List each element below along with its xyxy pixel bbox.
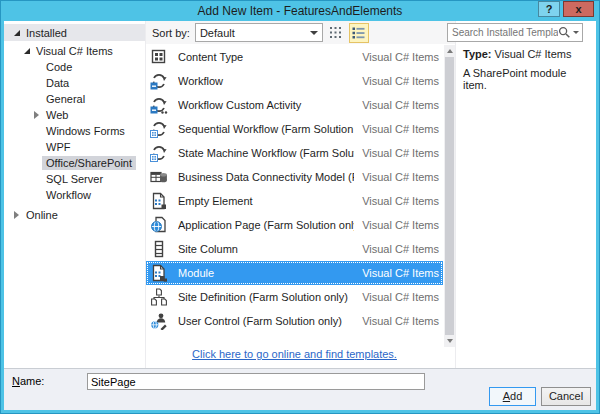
scrollbar-thumb[interactable] — [445, 57, 454, 335]
sidebar-item-web[interactable]: Web — [4, 107, 145, 123]
sidebar-item-label: Data — [42, 76, 73, 90]
template-item-business-data-connectivity-model-farm-solution-only[interactable]: Business Data Connectivity Model (Farm S… — [146, 165, 443, 189]
template-name: Site Column — [178, 243, 354, 255]
sidebar-item-wpf[interactable]: WPF — [4, 139, 145, 155]
dialog-title: Add New Item - FeaturesAndElements — [4, 1, 596, 21]
state-machine-workflow-icon — [150, 144, 170, 162]
template-list: Content TypeVisual C# ItemsWorkflowVisua… — [146, 45, 443, 333]
template-item-module[interactable]: ModuleVisual C# Items — [146, 261, 443, 285]
sidebar-item-office-sharepoint[interactable]: Office/SharePoint — [4, 155, 145, 171]
add-new-item-dialog: Add New Item - FeaturesAndElements ? x I… — [0, 0, 600, 414]
user-control-icon — [150, 312, 170, 330]
template-type: Visual C# Items — [362, 147, 439, 159]
scrollbar[interactable] — [444, 45, 455, 347]
sidebar-item-workflow[interactable]: Workflow — [4, 187, 145, 203]
sidebar-item-label: Visual C# Items — [32, 44, 117, 58]
template-name: Sequential Workflow (Farm Solution only) — [178, 123, 354, 135]
template-type: Visual C# Items — [362, 267, 439, 279]
expanded-arrow-icon — [14, 30, 20, 36]
small-icons-view-icon — [328, 25, 343, 40]
sidebar-item-windows-forms[interactable]: Windows Forms — [4, 123, 145, 139]
template-item-site-definition-farm-solution-only[interactable]: Site Definition (Farm Solution only)Visu… — [146, 285, 443, 309]
scroll-down-button[interactable] — [444, 335, 455, 347]
template-item-sequential-workflow-farm-solution-only[interactable]: Sequential Workflow (Farm Solution only)… — [146, 117, 443, 141]
sidebar-item-visual-c-items[interactable]: Visual C# Items — [4, 43, 145, 59]
workflow-icon — [150, 72, 170, 90]
template-item-user-control-farm-solution-only[interactable]: User Control (Farm Solution only)Visual … — [146, 309, 443, 333]
list-view-button[interactable] — [349, 23, 369, 43]
sort-row: Sort by: Default — [146, 21, 455, 44]
template-name: User Control (Farm Solution only) — [178, 315, 354, 327]
search-tools[interactable] — [558, 26, 582, 39]
bdc-model-icon — [150, 168, 170, 186]
template-type: Visual C# Items — [362, 51, 439, 63]
type-value: Visual C# Items — [495, 48, 572, 60]
name-input[interactable] — [87, 373, 425, 390]
titlebar[interactable]: Add New Item - FeaturesAndElements ? x — [4, 1, 596, 21]
search-icon — [558, 26, 571, 39]
template-name: Module — [178, 267, 354, 279]
sidebar-item-label: Office/SharePoint — [42, 156, 136, 170]
template-name: Application Page (Farm Solution only) — [178, 219, 354, 231]
sort-dropdown[interactable]: Default — [195, 23, 323, 42]
template-details: Type: Visual C# Items A SharePoint modul… — [463, 48, 591, 91]
add-button[interactable]: Add — [489, 387, 536, 406]
online-link-row: Click here to go online and find templat… — [146, 344, 443, 362]
sidebar-item-label: Online — [22, 208, 62, 222]
template-item-site-column[interactable]: Site ColumnVisual C# Items — [146, 237, 443, 261]
search-input[interactable] — [448, 27, 558, 38]
close-button[interactable]: x — [563, 1, 594, 17]
content-type-icon — [150, 48, 170, 66]
search-box[interactable] — [447, 23, 583, 42]
footer-bar: Name: Add Cancel — [4, 368, 596, 410]
sort-by-label: Sort by: — [152, 27, 190, 39]
template-name: Empty Element — [178, 195, 354, 207]
template-item-workflow[interactable]: WorkflowVisual C# Items — [146, 69, 443, 93]
template-item-empty-element[interactable]: Empty ElementVisual C# Items — [146, 189, 443, 213]
sort-dropdown-value: Default — [200, 27, 235, 39]
sidebar-item-label: Workflow — [42, 188, 95, 202]
tree-arrow — [21, 48, 32, 54]
type-label: Type: — [463, 48, 492, 60]
cancel-button[interactable]: Cancel — [541, 387, 591, 406]
sidebar-item-general[interactable]: General — [4, 91, 145, 107]
template-name: Site Definition (Farm Solution only) — [178, 291, 354, 303]
sidebar-item-label: Installed — [22, 26, 71, 40]
site-definition-icon — [150, 288, 170, 306]
template-name: Workflow — [178, 75, 354, 87]
template-type: Visual C# Items — [362, 243, 439, 255]
site-column-icon — [150, 240, 170, 258]
go-online-link[interactable]: Click here to go online and find templat… — [192, 348, 397, 360]
template-type: Visual C# Items — [362, 123, 439, 135]
template-item-content-type[interactable]: Content TypeVisual C# Items — [146, 45, 443, 69]
application-page-icon — [150, 216, 170, 234]
sidebar-item-installed[interactable]: Installed — [4, 24, 145, 41]
sidebar-item-code[interactable]: Code — [4, 59, 145, 75]
smalls-view-icon-button[interactable] — [326, 23, 346, 43]
sidebar-item-label: Windows Forms — [42, 124, 129, 138]
chevron-down-icon — [310, 31, 318, 35]
template-item-state-machine-workflow-farm-solution-only[interactable]: State Machine Workflow (Farm Solution on… — [146, 141, 443, 165]
expanded-arrow-icon — [24, 48, 30, 54]
template-item-workflow-custom-activity[interactable]: Workflow Custom ActivityVisual C# Items — [146, 93, 443, 117]
help-button[interactable]: ? — [538, 1, 560, 17]
sidebar-item-sql-server[interactable]: SQL Server — [4, 171, 145, 187]
sidebar-item-online[interactable]: Online — [4, 207, 145, 223]
sidebar-item-label: WPF — [42, 140, 74, 154]
triangle-up-icon — [447, 49, 453, 53]
template-type: Visual C# Items — [362, 219, 439, 231]
template-type: Visual C# Items — [362, 315, 439, 327]
tree-arrow — [11, 30, 22, 36]
template-name: State Machine Workflow (Farm Solution on… — [178, 147, 354, 159]
template-description: A SharePoint module item. — [463, 67, 591, 91]
template-item-application-page-farm-solution-only[interactable]: Application Page (Farm Solution only)Vis… — [146, 213, 443, 237]
sidebar-item-data[interactable]: Data — [4, 75, 145, 91]
template-type: Visual C# Items — [362, 75, 439, 87]
template-type: Visual C# Items — [362, 171, 439, 183]
sidebar-item-label: Web — [42, 108, 72, 122]
scroll-up-button[interactable] — [444, 45, 455, 57]
sidebar-item-label: General — [42, 92, 89, 106]
collapsed-arrow-icon — [14, 211, 19, 219]
triangle-down-icon — [447, 339, 453, 343]
name-label: Name: — [12, 375, 44, 387]
